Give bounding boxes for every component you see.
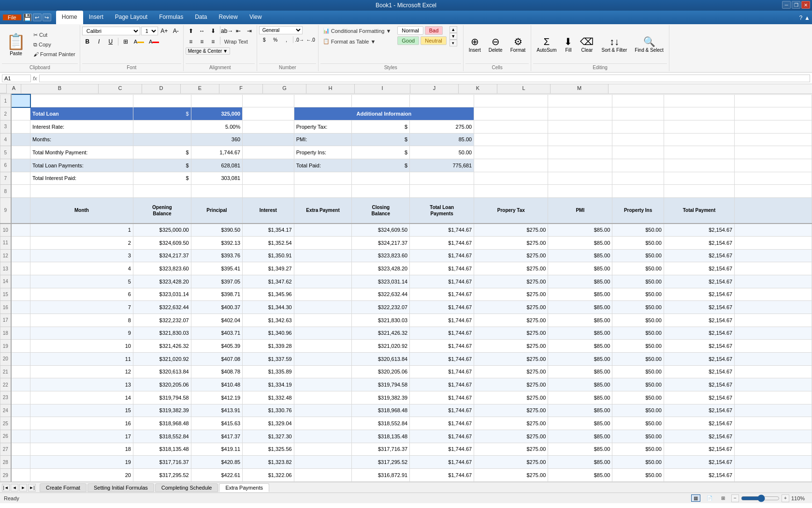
cell[interactable]: $395.41 — [191, 262, 242, 275]
font-name-select[interactable]: Calibri — [82, 27, 140, 35]
cell[interactable]: $2,154.67 — [664, 236, 734, 249]
cell[interactable] — [735, 185, 812, 198]
comma-btn[interactable]: , — [281, 35, 292, 44]
cell[interactable] — [11, 185, 30, 198]
cell[interactable]: $323,823.60 — [133, 262, 191, 275]
cell[interactable] — [11, 365, 30, 378]
cell[interactable] — [612, 94, 664, 107]
cell-reference-box[interactable] — [2, 75, 31, 82]
cell[interactable]: $85.00 — [548, 456, 612, 469]
cell[interactable] — [11, 456, 30, 469]
row-number[interactable]: 27 — [0, 443, 11, 456]
cell[interactable]: $322,632.44 — [133, 301, 191, 314]
cell[interactable] — [735, 456, 812, 469]
cell[interactable]: $1,347.62 — [243, 275, 294, 288]
cell[interactable] — [294, 314, 352, 327]
number-format-select[interactable]: General — [259, 26, 303, 34]
cell[interactable] — [11, 224, 30, 237]
style-bad[interactable]: Bad — [425, 26, 443, 35]
row-number[interactable]: 18 — [0, 327, 11, 340]
cell[interactable]: $317,716.37 — [133, 456, 191, 469]
cell[interactable]: $1,335.89 — [243, 365, 294, 378]
cell[interactable]: $419.11 — [191, 443, 242, 456]
align-left-btn[interactable]: ≡ — [186, 37, 196, 46]
cell[interactable]: $324,609.50 — [133, 236, 191, 249]
cell[interactable] — [243, 185, 294, 198]
cell[interactable]: $320,613.84 — [352, 352, 410, 365]
cell[interactable] — [294, 275, 352, 288]
cell[interactable] — [11, 327, 30, 340]
copy-button[interactable]: ⧉ Copy — [31, 40, 78, 49]
fill-color-button[interactable]: A — [132, 38, 146, 45]
styles-more[interactable]: ▾ — [450, 40, 457, 46]
cell[interactable]: $1,744.67 — [410, 378, 474, 391]
row-number[interactable]: 29 — [0, 469, 11, 482]
cell[interactable]: $405.39 — [191, 340, 242, 353]
page-break-btn[interactable]: ⊞ — [719, 494, 727, 502]
cell[interactable]: $1,744.67 — [410, 327, 474, 340]
cell[interactable]: 4 — [30, 262, 133, 275]
cell[interactable]: $2,154.67 — [664, 391, 734, 404]
cell[interactable]: $322,232.07 — [133, 314, 191, 327]
row-number[interactable]: 24 — [0, 404, 11, 417]
cell[interactable] — [735, 443, 812, 456]
zoom-out-btn[interactable]: − — [731, 494, 739, 502]
col-header-F[interactable]: F — [219, 84, 263, 93]
cell[interactable]: $275.00 — [474, 443, 548, 456]
cell[interactable]: $1,744.67 — [410, 365, 474, 378]
cell[interactable]: $319,382.39 — [133, 404, 191, 417]
bold-button[interactable]: B — [82, 37, 93, 46]
cell[interactable]: $1,349.27 — [243, 262, 294, 275]
align-top-btn[interactable]: ⬆ — [186, 26, 196, 36]
cell[interactable]: 11 — [30, 352, 133, 365]
cell[interactable] — [410, 94, 474, 107]
cell[interactable] — [410, 185, 474, 198]
format-as-table-button[interactable]: 📋 Format as Table ▼ — [320, 37, 394, 46]
wrap-text-button[interactable]: Wrap Text — [222, 37, 250, 46]
cell[interactable] — [243, 94, 294, 107]
cell[interactable] — [294, 430, 352, 443]
cell[interactable]: $321,830.03 — [352, 314, 410, 327]
file-tab[interactable]: File — [3, 15, 21, 20]
fill-button[interactable]: ⬇ Fill — [561, 33, 576, 55]
cell[interactable]: $1,339.28 — [243, 340, 294, 353]
tab-next-btn[interactable]: ► — [19, 484, 27, 492]
cell[interactable] — [11, 391, 30, 404]
cell[interactable]: $85.00 — [548, 275, 612, 288]
cell[interactable]: $275.00 — [474, 262, 548, 275]
undo-btn[interactable]: ↩ — [33, 14, 42, 21]
cell[interactable] — [30, 94, 133, 107]
cell[interactable]: $85.00 — [548, 430, 612, 443]
styles-scroll-down[interactable]: ▼ — [450, 33, 457, 40]
cell[interactable]: $324,217.37 — [352, 236, 410, 249]
col-header-B[interactable]: B — [21, 84, 99, 93]
tab-prev-btn[interactable]: ◄ — [11, 484, 18, 492]
cell[interactable]: $50.00 — [612, 249, 664, 262]
cell[interactable]: $50.00 — [612, 391, 664, 404]
cell[interactable]: $85.00 — [548, 469, 612, 482]
cell[interactable]: $321,426.32 — [352, 327, 410, 340]
cell[interactable]: $410.48 — [191, 378, 242, 391]
row-number[interactable]: 16 — [0, 301, 11, 314]
redo-btn[interactable]: ↪ — [43, 14, 51, 21]
sheet-tab-extra-payments[interactable]: Extra Payments — [219, 483, 269, 492]
cell[interactable]: $398.71 — [191, 288, 242, 301]
cell[interactable]: $319,794.58 — [133, 391, 191, 404]
col-header-J[interactable]: J — [410, 84, 459, 93]
tab-home[interactable]: Home — [56, 11, 83, 24]
styles-scroll-up[interactable]: ▲ — [450, 26, 457, 33]
cell[interactable]: $2,154.67 — [664, 262, 734, 275]
underline-button[interactable]: U — [105, 37, 116, 46]
cell[interactable]: $50.00 — [612, 301, 664, 314]
cell[interactable] — [11, 249, 30, 262]
tab-view[interactable]: View — [244, 11, 268, 24]
cell[interactable]: $1,340.96 — [243, 327, 294, 340]
cell[interactable]: $275.00 — [474, 404, 548, 417]
tab-data[interactable]: Data — [189, 11, 213, 24]
cell[interactable] — [30, 185, 133, 198]
cell[interactable]: $2,154.67 — [664, 417, 734, 430]
zoom-slider[interactable] — [741, 496, 780, 500]
cell[interactable]: $275.00 — [474, 365, 548, 378]
cell[interactable] — [294, 340, 352, 353]
currency-btn[interactable]: $ — [259, 35, 270, 44]
